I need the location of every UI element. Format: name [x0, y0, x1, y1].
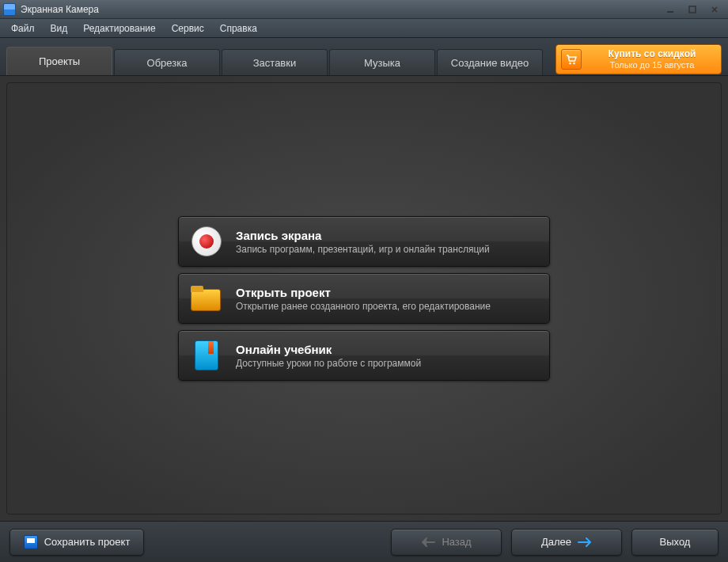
close-button[interactable]: [704, 3, 725, 16]
action-record-desc: Запись программ, презентаций, игр и онла…: [236, 244, 490, 255]
buy-text: Купить со скидкой Только до 15 августа: [588, 49, 716, 70]
svg-rect-0: [667, 11, 673, 13]
save-project-label: Сохранить проект: [44, 536, 131, 548]
tab-trim-label: Обрезка: [147, 57, 188, 69]
save-project-button[interactable]: Сохранить проект: [9, 529, 144, 556]
window-controls: [660, 3, 725, 16]
exit-label: Выход: [660, 536, 691, 548]
window-title: Экранная Камера: [21, 4, 660, 15]
buy-button[interactable]: Купить со скидкой Только до 15 августа: [555, 44, 722, 74]
menu-edit[interactable]: Редактирование: [75, 21, 163, 36]
action-tutorial-texts: Онлайн учебник Доступные уроки по работе…: [236, 343, 421, 369]
action-tutorial[interactable]: Онлайн учебник Доступные уроки по работе…: [178, 330, 550, 381]
exit-button[interactable]: Выход: [631, 529, 719, 556]
back-label: Назад: [442, 536, 471, 548]
app-icon: [3, 3, 16, 16]
tab-projects-label: Проекты: [39, 55, 80, 67]
svg-rect-1: [689, 6, 696, 13]
action-record-title: Запись экрана: [236, 229, 490, 242]
action-tutorial-title: Онлайн учебник: [236, 343, 421, 356]
buy-sub-label: Только до 15 августа: [588, 60, 716, 70]
minimize-button[interactable]: [660, 3, 681, 16]
content-panel: Запись экрана Запись программ, презентац…: [6, 82, 722, 515]
tab-create-label: Создание видео: [451, 57, 529, 69]
action-open[interactable]: Открыть проект Открытие ранее созданного…: [178, 273, 550, 324]
book-icon: [190, 339, 223, 372]
menubar: Файл Вид Редактирование Сервис Справка: [0, 19, 728, 38]
arrow-left-icon: [421, 537, 435, 547]
arrow-right-icon: [578, 537, 592, 547]
save-icon: [24, 535, 38, 549]
menu-file[interactable]: Файл: [3, 21, 43, 36]
menu-service[interactable]: Сервис: [164, 21, 212, 36]
action-tutorial-desc: Доступные уроки по работе с программой: [236, 358, 421, 369]
tab-music-label: Музыка: [364, 57, 400, 69]
tab-trim[interactable]: Обрезка: [114, 49, 220, 75]
buy-main-label: Купить со скидкой: [588, 49, 716, 60]
menu-help[interactable]: Справка: [212, 21, 265, 36]
tab-music[interactable]: Музыка: [329, 49, 435, 75]
action-open-texts: Открыть проект Открытие ранее созданного…: [236, 286, 491, 312]
content-area: Запись экрана Запись программ, презентац…: [0, 76, 728, 521]
folder-icon: [190, 282, 223, 315]
tab-create[interactable]: Создание видео: [437, 49, 543, 75]
action-record[interactable]: Запись экрана Запись программ, презентац…: [178, 216, 550, 267]
action-record-texts: Запись экрана Запись программ, презентац…: [236, 229, 490, 255]
record-icon: [190, 225, 223, 258]
next-label: Далее: [541, 536, 571, 548]
bottombar: Сохранить проект Назад Далее Выход: [0, 521, 728, 562]
action-open-desc: Открытие ранее созданного проекта, его р…: [236, 301, 491, 312]
next-button[interactable]: Далее: [511, 529, 622, 556]
tab-intros[interactable]: Заставки: [222, 49, 328, 75]
tab-intros-label: Заставки: [253, 57, 296, 69]
tabbar: Проекты Обрезка Заставки Музыка Создание…: [0, 38, 728, 76]
cart-icon: [561, 49, 582, 70]
svg-point-3: [573, 63, 575, 65]
back-button[interactable]: Назад: [391, 529, 502, 556]
tab-projects[interactable]: Проекты: [6, 47, 112, 75]
maximize-button[interactable]: [682, 3, 703, 16]
menu-view[interactable]: Вид: [43, 21, 76, 36]
titlebar: Экранная Камера: [0, 0, 728, 19]
svg-point-2: [569, 63, 571, 65]
action-open-title: Открыть проект: [236, 286, 491, 299]
